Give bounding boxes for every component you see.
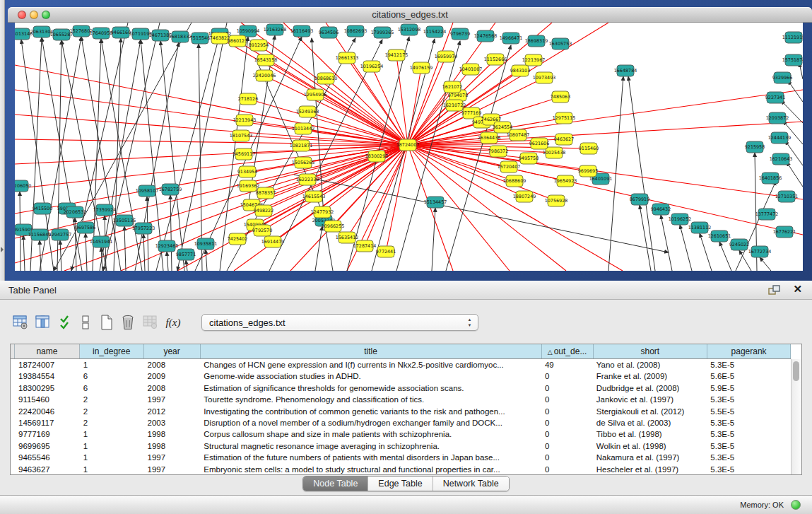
table-row[interactable]: 1456911722003Disruption of a novel membe… [11, 417, 791, 428]
graph-node[interactable]: 18300295 [365, 151, 389, 162]
graph-node[interactable]: 13505135 [113, 215, 136, 226]
graph-node[interactable]: 11381112 [688, 222, 712, 233]
graph-node[interactable]: 9463627 [554, 134, 574, 145]
graph-node[interactable]: 12954906 [304, 89, 327, 100]
graph-node[interactable]: 16116493 [290, 25, 314, 37]
vertical-scrollbar[interactable] [791, 359, 801, 474]
table-selector-dropdown[interactable]: citations_edges.txt ▲▼ [201, 314, 478, 331]
graph-node[interactable]: 14569117 [233, 148, 256, 160]
graph-node[interactable]: 16959974 [435, 51, 458, 62]
table-row[interactable]: 2242004622012Investigating the contribut… [11, 406, 791, 417]
graph-node[interactable]: 18807249 [513, 191, 536, 202]
table-row[interactable]: 946554611997Estimation of the future num… [11, 452, 791, 463]
graph-node[interactable]: 9134954 [237, 166, 257, 177]
graph-node[interactable]: 12444139 [768, 132, 792, 144]
float-panel-icon[interactable] [768, 285, 781, 296]
graph-node[interactable]: 9697586 [76, 222, 95, 233]
graph-node[interactable]: 9415500 [33, 203, 52, 214]
graph-node[interactable]: 10807487 [507, 129, 530, 141]
graph-node[interactable]: 16401856 [759, 173, 782, 184]
graph-node[interactable]: 17287414 [353, 240, 377, 252]
graph-node[interactable]: 13777472 [755, 209, 779, 220]
graph-node[interactable]: 12476568 [474, 30, 498, 42]
graph-node[interactable]: 10821871 [290, 140, 313, 151]
table-row[interactable]: 977716911998Corpus callosum shape and si… [11, 428, 791, 440]
graph-node[interactable]: 9498222 [254, 205, 273, 216]
network-canvas[interactable]: 2301314620631304106552871527680217640958… [15, 23, 803, 271]
graph-node[interactable]: 12710351 [775, 191, 799, 202]
graph-node[interactable]: 9772441 [376, 246, 396, 257]
graph-node[interactable]: 18698319 [525, 35, 548, 47]
graph-node[interactable]: 12213943 [233, 115, 257, 126]
graph-node[interactable]: 10935811 [194, 238, 218, 250]
graph-node[interactable]: 8878357 [256, 187, 276, 199]
graph-node[interactable]: 12477932 [311, 206, 334, 218]
column-header-year[interactable]: year [144, 344, 201, 358]
graph-node[interactable]: 9227341 [765, 92, 785, 103]
table-mode-button[interactable] [11, 313, 30, 332]
graph-node[interactable]: 16210643 [770, 153, 793, 165]
table-row[interactable]: 969969511998Structural magnetic resonanc… [11, 440, 791, 452]
graph-node[interactable]: 14976159 [410, 62, 433, 74]
scrollbar-thumb[interactable] [793, 361, 799, 381]
graph-node[interactable]: 1621072 [442, 81, 462, 93]
graph-node[interactable]: 2718126 [238, 93, 258, 105]
graph-node[interactable]: 12923465 [155, 240, 179, 252]
column-header-name[interactable]: name [15, 344, 80, 358]
column-header-in_degree[interactable]: in_degree [80, 344, 144, 358]
table-row[interactable]: 946362711997Embryonic stem cells: a mode… [11, 464, 791, 474]
graph-node[interactable]: 14966471 [500, 33, 523, 44]
graph-node[interactable]: 16776221 [773, 226, 796, 238]
tab-network-table[interactable]: Network Table [433, 477, 509, 491]
graph-node[interactable]: 16305753 [549, 38, 572, 49]
graph-node[interactable]: 19654923 [554, 175, 577, 187]
delete-table-button[interactable] [141, 313, 160, 332]
graph-node[interactable]: 9115460 [579, 143, 599, 154]
tab-node-table[interactable]: Node Table [303, 477, 368, 491]
graph-node[interactable]: 10196252 [669, 214, 692, 225]
graph-node[interactable]: 11152666 [484, 54, 507, 65]
graph-node[interactable]: 10401007 [459, 64, 483, 75]
graph-node[interactable]: 10756928 [545, 195, 568, 206]
graph-node[interactable]: 9796739 [450, 28, 470, 40]
graph-node[interactable]: 11156849 [28, 229, 52, 240]
graph-node[interactable]: 11013442 [292, 123, 315, 134]
graph-node[interactable]: 15635412 [336, 232, 359, 243]
graph-node[interactable]: 12975115 [553, 112, 576, 124]
graph-node[interactable]: 9634506 [319, 27, 339, 38]
network-window-titlebar[interactable]: citations_edges.txt [8, 7, 812, 23]
graph-node[interactable]: 15312098 [398, 24, 421, 35]
graph-node[interactable]: 16782759 [159, 184, 182, 195]
graph-node[interactable]: 15134457 [424, 197, 447, 208]
column-header-title[interactable]: title [201, 344, 542, 358]
show-columns-button[interactable] [34, 313, 52, 332]
graph-node[interactable]: 9621606 [529, 138, 549, 149]
graph-node[interactable]: 9843103 [510, 65, 530, 76]
graph-node[interactable]: 15249368 [296, 106, 319, 117]
graph-node[interactable]: 7986372 [488, 146, 508, 157]
graph-node[interactable]: 9857771 [176, 249, 196, 260]
tab-edge-table[interactable]: Edge Table [368, 477, 433, 491]
graph-node[interactable]: 16914479 [261, 236, 285, 247]
graph-node[interactable]: 9245022 [729, 239, 749, 250]
graph-node[interactable]: 22420046 [253, 70, 276, 81]
graph-node[interactable]: 7515546 [190, 33, 210, 44]
graph-node[interactable]: 12163268 [264, 24, 287, 35]
graph-node[interactable]: 7485063 [551, 91, 570, 103]
graph-node[interactable]: 9860123 [228, 35, 247, 47]
graph-node[interactable]: 16210722 [443, 100, 466, 111]
graph-node[interactable]: 10973493 [533, 72, 556, 83]
graph-node[interactable]: 19412175 [385, 49, 408, 61]
table-row[interactable]: 1872400712008Changes of HCN gene express… [11, 359, 791, 370]
graph-node[interactable]: 10868610 [314, 73, 338, 84]
column-header-out_de...[interactable]: △out_de... [542, 344, 594, 358]
column-header-short[interactable]: short [594, 344, 708, 358]
graph-node[interactable]: 16222333 [296, 174, 319, 185]
graph-node[interactable]: 10688609 [503, 175, 526, 187]
graph-node[interactable]: 12610651 [708, 230, 731, 242]
graph-node[interactable]: 16772734 [748, 246, 772, 257]
row-height-button[interactable] [76, 313, 95, 332]
graph-node[interactable]: 9215958 [745, 141, 765, 153]
column-header-pagerank[interactable]: pagerank [707, 344, 791, 358]
graph-node[interactable]: 9699695 [578, 165, 598, 177]
